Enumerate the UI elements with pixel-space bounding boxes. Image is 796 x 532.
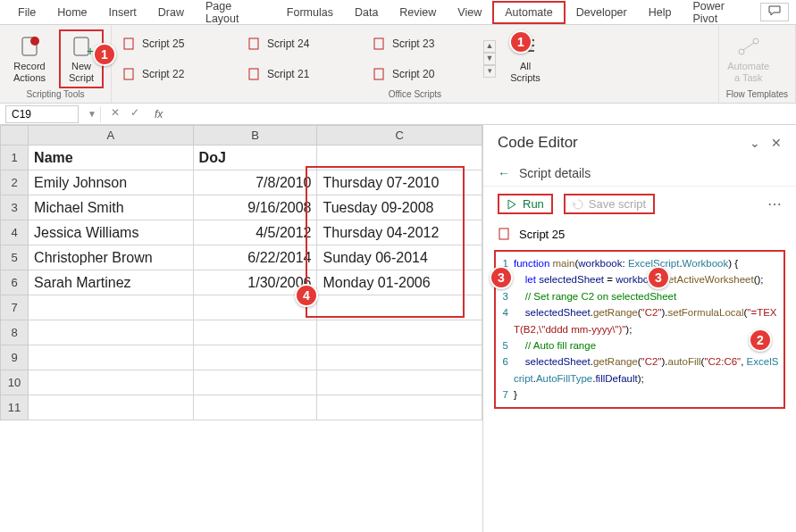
name-box-dropdown[interactable]: ▼ [84,109,100,119]
callout-1a: 1 [93,43,116,66]
row-header[interactable]: 10 [1,370,29,395]
tab-insert[interactable]: Insert [98,3,147,22]
cell[interactable]: Thursday 07-2010 [317,170,482,195]
play-icon [507,199,517,210]
cell[interactable]: Christopher Brown [29,245,194,270]
cell[interactable] [317,320,482,345]
cancel-formula-button[interactable]: ✕ [106,106,124,122]
script-item[interactable]: Script 24 [244,29,351,58]
script-item[interactable]: Script 25 [119,29,226,58]
script-item[interactable]: Script 20 [369,60,476,88]
tab-developer[interactable]: Developer [566,3,638,22]
panel-close-icon[interactable]: ✕ [771,136,782,150]
tab-home[interactable]: Home [46,3,97,22]
script-name-row: Script 25 [483,221,796,246]
back-icon[interactable]: ← [498,166,510,180]
automate-task-label: Automate a Task [727,61,769,84]
row-header[interactable]: 9 [1,345,29,370]
worksheet[interactable]: A B C 1 Name DoJ 2 Emily Johnson 7/8/201… [0,125,482,532]
group-label-flow: Flow Templates [726,89,788,101]
tab-automate[interactable]: Automate [492,1,566,24]
cell[interactable] [317,395,482,420]
record-actions-label: Record Actions [13,61,46,84]
cell[interactable] [29,370,194,395]
tab-file[interactable]: File [7,3,46,22]
code-editor-panel: Code Editor ⌄ ✕ ← Script details Run Sav… [482,125,796,532]
row-header[interactable]: 8 [1,320,29,345]
row-header[interactable]: 7 [1,295,29,320]
enter-formula-button[interactable]: ✓ [126,106,144,122]
col-header-a[interactable]: A [29,126,194,145]
cell[interactable]: Tuesday 09-2008 [317,195,482,220]
group-label-office-scripts: Office Scripts [119,89,711,101]
select-all-cell[interactable] [1,126,29,145]
cell[interactable] [193,370,317,395]
cell[interactable]: 6/22/2014 [193,245,317,270]
tab-help[interactable]: Help [638,3,683,22]
cell[interactable] [29,295,194,320]
cell[interactable]: Name [29,145,194,170]
cell[interactable] [29,395,194,420]
row-header[interactable]: 5 [1,245,29,270]
row-header[interactable]: 4 [1,220,29,245]
cell[interactable] [317,345,482,370]
cell[interactable]: Thursday 04-2012 [317,220,482,245]
tab-draw[interactable]: Draw [147,3,195,22]
cell[interactable] [29,320,194,345]
tab-data[interactable]: Data [344,3,389,22]
cell[interactable]: Sunday 06-2014 [317,245,482,270]
row-header[interactable]: 3 [1,195,29,220]
script-icon [247,37,262,51]
more-options-button[interactable]: ⋯ [767,195,782,212]
script-item[interactable]: Script 23 [369,29,476,58]
formula-input[interactable] [168,105,796,123]
panel-title-bar: Code Editor ⌄ ✕ [483,125,796,161]
script-item[interactable]: Script 21 [244,60,351,88]
cell[interactable]: Emily Johnson [29,170,194,195]
tab-power-pivot[interactable]: Power Pivot [682,0,760,29]
tab-page-layout[interactable]: Page Layout [195,0,276,29]
script-item[interactable]: Script 22 [119,60,226,88]
cell[interactable]: Jessica Williams [29,220,194,245]
group-flow-templates: Automate a Task Flow Templates [719,25,796,103]
new-script-label: New Script [69,61,94,84]
row-header[interactable]: 6 [1,270,29,295]
cell[interactable] [317,370,482,395]
cell[interactable] [317,295,482,320]
cell[interactable]: Michael Smith [29,195,194,220]
col-header-b[interactable]: B [193,126,317,145]
comments-button[interactable] [760,3,789,21]
tab-formulas[interactable]: Formulas [276,3,344,22]
script-icon [373,67,387,81]
cell[interactable]: Monday 01-2006 [317,270,482,295]
scroll-down-button[interactable]: ▼ [483,53,496,65]
row-header[interactable]: 1 [1,145,29,170]
run-button[interactable]: Run [498,194,553,214]
tab-review[interactable]: Review [389,3,447,22]
row-header[interactable]: 11 [1,395,29,420]
cell[interactable]: 7/8/2010 [193,170,317,195]
scroll-up-button[interactable]: ▲ [483,40,496,53]
callout-3a: 3 [490,266,513,289]
col-header-c[interactable]: C [317,126,482,145]
cell[interactable] [193,345,317,370]
cell[interactable] [317,145,482,170]
panel-expand-icon[interactable]: ⌄ [750,136,760,150]
row-header[interactable]: 2 [1,170,29,195]
script-icon [247,67,262,81]
cell[interactable]: DoJ [193,145,317,170]
cell[interactable] [29,345,194,370]
name-box[interactable] [5,105,79,123]
code-editor[interactable]: 1function main(workbook: ExcelScript.Wor… [494,250,785,409]
fx-icon[interactable]: fx [149,108,168,121]
cell[interactable]: Sarah Martinez [29,270,194,295]
cell[interactable]: 4/5/2012 [193,220,317,245]
tab-view[interactable]: View [447,3,492,22]
svg-rect-9 [374,69,383,79]
scroll-more-button[interactable]: ▾ [483,65,496,78]
cell[interactable] [193,320,317,345]
cell[interactable] [193,395,317,420]
record-actions-button[interactable]: Record Actions [7,29,52,88]
cell[interactable]: 9/16/2008 [193,195,317,220]
group-label-scripting: Scripting Tools [7,89,104,101]
